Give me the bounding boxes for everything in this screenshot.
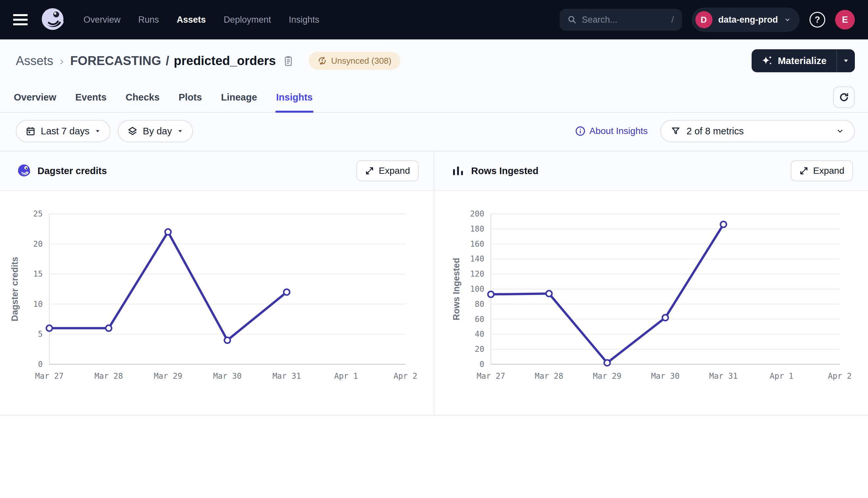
- nav-link-assets[interactable]: Assets: [177, 15, 206, 25]
- refresh-icon: [839, 92, 850, 103]
- refresh-button[interactable]: [833, 87, 855, 108]
- svg-text:Apr 1: Apr 1: [334, 371, 358, 381]
- calendar-icon: [26, 126, 36, 136]
- chevron-down-icon: [784, 16, 791, 23]
- tab-checks[interactable]: Checks: [125, 82, 160, 113]
- nav-link-insights[interactable]: Insights: [289, 15, 319, 25]
- caret-down-icon: [177, 128, 183, 134]
- about-insights-link[interactable]: About Insights: [575, 126, 648, 136]
- about-insights-label: About Insights: [589, 126, 648, 136]
- expand-label: Expand: [379, 166, 410, 176]
- granularity-filter[interactable]: By day: [118, 120, 193, 142]
- org-name: data-eng-prod: [718, 15, 778, 25]
- insights-filters: Last 7 days By day: [0, 113, 868, 152]
- unsynced-status-badge[interactable]: Unsynced (308): [309, 52, 400, 70]
- caret-down-icon: [843, 57, 849, 64]
- svg-text:140: 140: [470, 254, 484, 263]
- hamburger-menu-icon[interactable]: [13, 14, 28, 25]
- search-box[interactable]: /: [560, 9, 682, 30]
- sparkles-icon: [762, 55, 773, 66]
- svg-text:160: 160: [470, 239, 484, 249]
- caret-down-icon: [95, 128, 101, 134]
- svg-text:Apr 2: Apr 2: [828, 371, 852, 381]
- metrics-filter-select[interactable]: 2 of 8 metrics: [660, 120, 855, 142]
- svg-text:0: 0: [38, 360, 43, 369]
- breadcrumb-slash: /: [166, 54, 169, 68]
- tab-lineage[interactable]: Lineage: [220, 82, 258, 113]
- expand-button[interactable]: Expand: [356, 160, 419, 181]
- expand-icon: [799, 166, 808, 175]
- tab-overview[interactable]: Overview: [13, 82, 57, 113]
- sync-problem-icon: [317, 56, 327, 66]
- svg-text:120: 120: [470, 270, 484, 278]
- expand-icon: [365, 166, 374, 175]
- svg-text:Apr 1: Apr 1: [770, 371, 793, 381]
- svg-text:Mar 30: Mar 30: [651, 371, 680, 381]
- bar-chart-icon: [451, 164, 464, 178]
- svg-text:Mar 31: Mar 31: [709, 371, 738, 381]
- user-avatar[interactable]: E: [835, 10, 855, 29]
- svg-text:Apr 2: Apr 2: [394, 371, 417, 381]
- materialize-button[interactable]: Materialize: [752, 49, 837, 72]
- svg-text:Mar 27: Mar 27: [477, 371, 505, 381]
- chevron-down-icon: [836, 127, 844, 135]
- expand-button[interactable]: Expand: [791, 160, 853, 181]
- svg-text:Mar 27: Mar 27: [35, 371, 64, 381]
- search-icon: [567, 15, 577, 24]
- svg-text:25: 25: [33, 209, 43, 219]
- svg-text:Rows Ingested: Rows Ingested: [451, 258, 461, 320]
- nav-link-runs[interactable]: Runs: [138, 15, 159, 25]
- org-avatar: D: [695, 11, 713, 28]
- svg-text:Mar 29: Mar 29: [593, 371, 622, 381]
- breadcrumb-assets-link[interactable]: Assets: [16, 54, 53, 68]
- date-range-filter[interactable]: Last 7 days: [16, 120, 111, 142]
- date-range-label: Last 7 days: [41, 126, 89, 137]
- chart-title: Dagster credits: [38, 166, 107, 176]
- svg-text:40: 40: [475, 329, 484, 339]
- help-button[interactable]: ?: [809, 12, 825, 28]
- svg-text:20: 20: [33, 239, 43, 249]
- line-chart-rows-ingested[interactable]: 020406080100120140160180200Mar 27Mar 28M…: [434, 191, 868, 415]
- question-icon: ?: [815, 15, 820, 25]
- svg-text:Mar 31: Mar 31: [272, 371, 301, 381]
- svg-text:Mar 28: Mar 28: [94, 371, 123, 381]
- tab-insights[interactable]: Insights: [276, 82, 313, 113]
- asset-header: Assets › FORECASTING / predicted_orders: [0, 39, 868, 82]
- dagster-logo[interactable]: [41, 8, 65, 32]
- svg-text:80: 80: [475, 300, 484, 309]
- primary-nav: Overview Runs Assets Deployment Insights: [84, 15, 319, 25]
- materialize-split-button: Materialize: [752, 49, 855, 72]
- line-chart-dagster-credits[interactable]: 0510152025Mar 27Mar 28Mar 29Mar 30Mar 31…: [0, 191, 434, 415]
- svg-text:180: 180: [470, 224, 484, 234]
- svg-text:Dagster credits: Dagster credits: [10, 257, 20, 322]
- org-switcher[interactable]: D data-eng-prod: [692, 8, 800, 32]
- svg-text:15: 15: [33, 270, 43, 278]
- clipboard-icon[interactable]: [282, 55, 294, 67]
- materialize-label: Materialize: [778, 55, 827, 66]
- svg-text:20: 20: [475, 344, 484, 354]
- materialize-dropdown-button[interactable]: [837, 49, 855, 72]
- breadcrumb-chevron-icon: ›: [60, 54, 63, 67]
- info-icon: [575, 126, 586, 136]
- svg-text:100: 100: [470, 285, 484, 294]
- tab-events[interactable]: Events: [75, 82, 107, 113]
- granularity-label: By day: [143, 126, 172, 137]
- svg-text:0: 0: [480, 360, 484, 369]
- tab-plots[interactable]: Plots: [178, 82, 203, 113]
- expand-label: Expand: [813, 166, 844, 176]
- metrics-filter-label: 2 of 8 metrics: [687, 126, 744, 137]
- layers-icon: [128, 126, 138, 136]
- asset-tabs: Overview Events Checks Plots Lineage Ins…: [0, 82, 868, 113]
- nav-link-overview[interactable]: Overview: [84, 15, 121, 25]
- svg-text:10: 10: [33, 300, 43, 309]
- svg-text:Mar 30: Mar 30: [213, 371, 242, 381]
- filter-funnel-icon: [671, 126, 680, 136]
- chart-card-dagster-credits: Dagster credits Expand 0510152025Mar 27M…: [0, 152, 434, 415]
- chart-card-rows-ingested: Rows Ingested Expand 0204060801001201401…: [434, 152, 868, 415]
- breadcrumb-group-name: FORECASTING: [70, 54, 161, 68]
- svg-text:5: 5: [38, 329, 43, 339]
- svg-text:200: 200: [470, 209, 484, 219]
- search-input[interactable]: [582, 15, 666, 25]
- nav-link-deployment[interactable]: Deployment: [224, 15, 271, 25]
- svg-text:Mar 29: Mar 29: [154, 371, 182, 381]
